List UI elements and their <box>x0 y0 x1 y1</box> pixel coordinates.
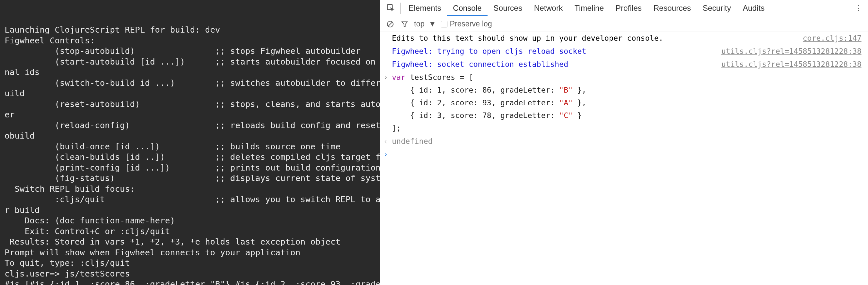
source-link[interactable]: utils.cljs?rel=1458513281228:38 <box>721 46 862 57</box>
inspect-icon[interactable] <box>383 1 398 16</box>
console-output[interactable]: Edits to this text should show up in you… <box>380 32 868 285</box>
devtools-tab-bar: ElementsConsoleSourcesNetworkTimelinePro… <box>380 0 868 16</box>
filter-icon[interactable] <box>400 19 409 29</box>
devtools-pane: ElementsConsoleSourcesNetworkTimelinePro… <box>380 0 868 285</box>
svg-line-2 <box>388 22 392 26</box>
preserve-log-label: Preserve log <box>450 20 492 28</box>
console-prompt[interactable]: › <box>380 148 868 161</box>
tab-network[interactable]: Network <box>528 0 568 16</box>
tab-console[interactable]: Console <box>447 0 488 16</box>
terminal-output: Launching ClojureScript REPL for build: … <box>5 25 375 285</box>
more-icon[interactable]: ⋮ <box>849 4 868 12</box>
console-message: Figwheel: trying to open cljs reload soc… <box>380 45 868 58</box>
tab-security[interactable]: Security <box>697 0 737 16</box>
console-message: Figwheel: socket connection establishedu… <box>380 58 868 71</box>
tab-sources[interactable]: Sources <box>488 0 528 16</box>
frame-selector[interactable]: top ▼ <box>414 20 436 28</box>
tab-audits[interactable]: Audits <box>737 0 770 16</box>
tab-profiles[interactable]: Profiles <box>610 0 648 16</box>
console-message: Edits to this text should show up in you… <box>380 32 868 45</box>
console-input-echo: › var testScores = [ { id: 1, score: 86,… <box>380 71 868 135</box>
source-link[interactable]: core.cljs:147 <box>803 33 862 44</box>
clear-console-icon[interactable] <box>385 19 395 29</box>
output-chevron-icon: ‹ <box>383 136 392 147</box>
prompt-chevron-icon: › <box>383 149 392 160</box>
tab-timeline[interactable]: Timeline <box>568 0 610 16</box>
console-result: ‹ undefined <box>380 135 868 148</box>
tab-elements[interactable]: Elements <box>403 0 447 16</box>
preserve-log-checkbox[interactable] <box>441 21 447 27</box>
terminal-pane[interactable]: Launching ClojureScript REPL for build: … <box>0 0 380 285</box>
separator <box>400 3 401 14</box>
source-link[interactable]: utils.cljs?rel=1458513281228:38 <box>721 59 862 70</box>
tab-resources[interactable]: Resources <box>648 0 697 16</box>
preserve-log-toggle[interactable]: Preserve log <box>441 20 492 28</box>
console-toolbar: top ▼ Preserve log <box>380 16 868 32</box>
input-chevron-icon: › <box>383 72 392 83</box>
